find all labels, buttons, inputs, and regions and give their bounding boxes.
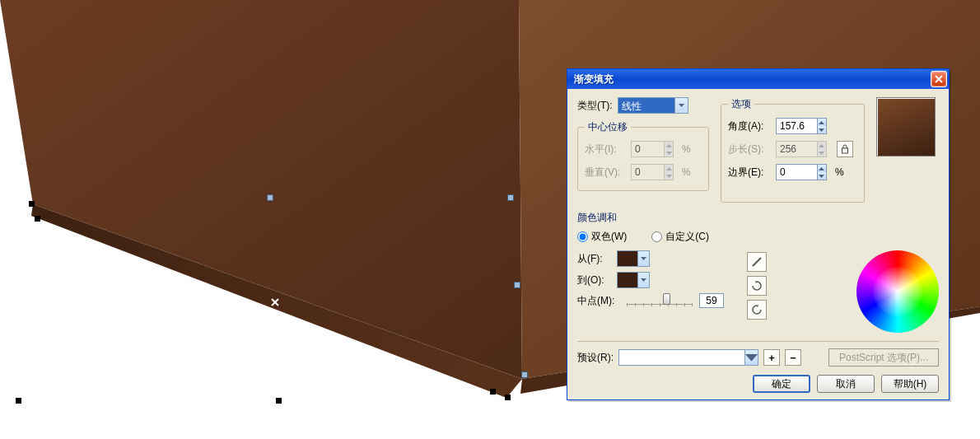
spin-up-icon[interactable]	[818, 165, 826, 172]
preset-remove-button[interactable]: −	[785, 349, 801, 366]
from-color-chip	[618, 251, 637, 266]
step-label: 步长(S):	[728, 142, 771, 156]
horiz-spinner	[631, 141, 674, 157]
guide-handle[interactable]	[522, 372, 527, 377]
help-button[interactable]: 帮助(H)	[881, 375, 939, 393]
preset-add-button[interactable]: +	[763, 349, 780, 366]
cw-blend-button[interactable]	[747, 276, 767, 296]
horiz-input	[632, 142, 664, 156]
options-legend: 选项	[728, 97, 754, 111]
lock-button[interactable]	[837, 141, 853, 157]
gradient-fill-dialog: 渐变填充 类型(T): 线性 中心位移 水平(I):	[567, 68, 950, 400]
cancel-button[interactable]: 取消	[817, 375, 875, 393]
selection-handle[interactable]	[29, 201, 35, 207]
ok-button[interactable]: 确定	[753, 375, 810, 393]
options-group: 选项 角度(A): 步长(S):	[721, 97, 865, 203]
chevron-down-icon[interactable]	[744, 350, 758, 365]
pct-label: %	[682, 166, 691, 178]
color-wheel[interactable]	[856, 250, 939, 333]
direct-blend-button[interactable]	[747, 252, 767, 272]
titlebar[interactable]: 渐变填充	[567, 69, 949, 89]
spin-down-icon[interactable]	[818, 126, 826, 133]
to-color-chip	[618, 273, 637, 287]
step-spinner	[776, 141, 827, 157]
spin-down-icon[interactable]	[818, 172, 826, 180]
vert-spinner	[631, 164, 674, 180]
selection-handle[interactable]	[16, 398, 21, 404]
edge-spinner[interactable]	[776, 164, 827, 180]
chevron-down-icon[interactable]	[637, 251, 649, 266]
midpoint-input[interactable]	[699, 293, 724, 308]
blend-title: 颜色调和	[577, 211, 939, 225]
preset-label: 预设(R):	[577, 351, 614, 365]
preset-combo[interactable]	[618, 349, 758, 366]
svg-marker-0	[0, 0, 522, 379]
type-combo[interactable]: 线性	[618, 97, 688, 114]
to-label: 到(O):	[577, 273, 610, 287]
type-value: 线性	[618, 98, 674, 113]
angle-label: 角度(A):	[728, 119, 771, 133]
midpoint-slider[interactable]	[627, 293, 693, 308]
from-color-picker[interactable]	[617, 250, 650, 267]
vert-label: 垂直(V):	[585, 166, 626, 180]
type-label: 类型(T):	[577, 99, 613, 113]
chevron-down-icon[interactable]	[674, 98, 688, 113]
center-offset-legend: 中心位移	[585, 120, 631, 134]
preset-value	[619, 350, 744, 365]
selection-handle[interactable]	[276, 398, 282, 404]
pct-label: %	[835, 166, 844, 178]
selection-handle[interactable]	[490, 389, 496, 395]
angle-spinner[interactable]	[776, 118, 827, 134]
custom-radio[interactable]: 自定义(C)	[651, 230, 709, 244]
gradient-preview	[876, 97, 936, 156]
selection-handle[interactable]	[35, 216, 40, 222]
svg-line-7	[753, 258, 761, 266]
vert-input	[632, 165, 664, 180]
svg-rect-6	[842, 148, 848, 153]
edge-input[interactable]	[777, 165, 817, 180]
center-offset-group: 中心位移 水平(I): % 垂直(V):	[577, 120, 709, 191]
chevron-down-icon[interactable]	[637, 273, 649, 287]
slider-thumb[interactable]	[663, 293, 670, 305]
from-label: 从(F):	[577, 252, 610, 266]
pct-label: %	[682, 143, 691, 155]
two-color-radio[interactable]: 双色(W)	[577, 230, 627, 244]
ccw-blend-button[interactable]	[747, 300, 767, 320]
postscript-options-button: PostScript 选项(P)...	[828, 348, 939, 367]
step-input	[777, 142, 817, 156]
divider	[577, 341, 939, 342]
spin-up-icon[interactable]	[818, 119, 826, 126]
midpoint-label: 中点(M):	[577, 294, 620, 308]
guide-handle[interactable]	[268, 195, 273, 200]
horiz-label: 水平(I):	[585, 142, 626, 156]
dialog-title: 渐变填充	[574, 72, 931, 86]
edge-label: 边界(E):	[728, 166, 771, 180]
close-button[interactable]	[931, 71, 947, 87]
selection-handle[interactable]	[505, 395, 511, 400]
angle-input[interactable]	[777, 119, 817, 133]
to-color-picker[interactable]	[617, 272, 650, 288]
guide-handle[interactable]	[515, 283, 520, 287]
guide-handle[interactable]	[508, 195, 513, 200]
